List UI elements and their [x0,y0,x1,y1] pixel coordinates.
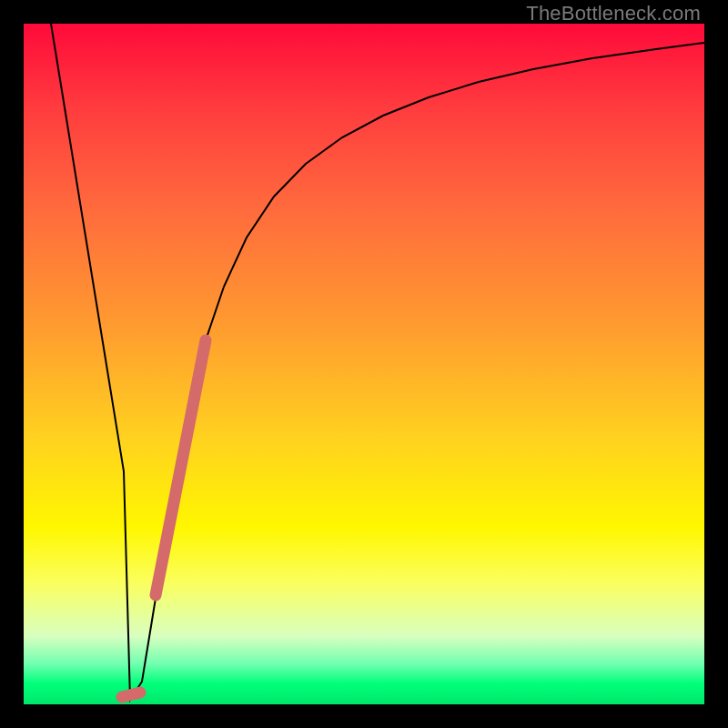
bottleneck-chart [24,24,704,704]
watermark-text: TheBottleneck.com [526,2,701,25]
highlight-min-flat [122,693,140,697]
highlight-rise-segment [156,340,206,595]
bottleneck-curve [51,24,704,700]
